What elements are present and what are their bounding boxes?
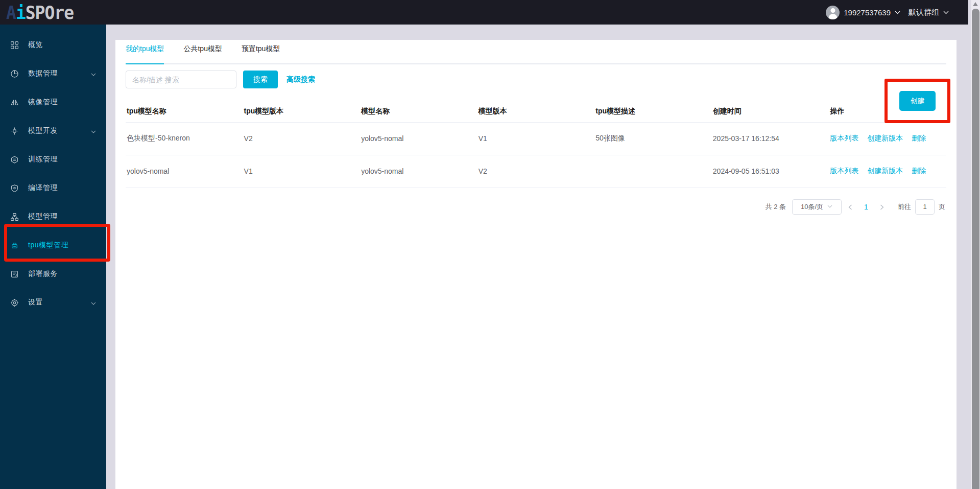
annotation-box-create: 创建 (885, 79, 950, 123)
column-header-tpu-model-name: tpu模型名称 (126, 101, 243, 122)
sidebar-item-label: 概览 (28, 40, 43, 50)
app-logo: AiSPOre (6, 4, 74, 21)
page-size-value: 10条/页 (801, 202, 823, 212)
top-header: AiSPOre 19927537639 默认群组 (0, 0, 968, 25)
group-selector[interactable]: 默认群组 (909, 8, 939, 17)
logo-rest: SPOre (26, 2, 74, 23)
delete-link[interactable]: 删除 (912, 134, 926, 142)
column-header-tpu-model-version: tpu模型版本 (243, 101, 361, 122)
sidebar: 概览 数据管理 镜像管理 模型开发 (0, 25, 106, 489)
chevron-down-icon (91, 127, 96, 135)
sidebar-item-deploy-services[interactable]: 部署服务 (0, 260, 106, 288)
training-icon (10, 155, 19, 164)
cell-actions: 版本列表 创建新版本 删除 (829, 122, 946, 155)
cell-model-name: yolov5-nomal (360, 122, 477, 155)
pie-chart-icon (10, 69, 19, 78)
logo-letter-i: i (16, 2, 26, 23)
logo-letter-a: A (6, 2, 16, 23)
sidebar-item-overview[interactable]: 概览 (0, 31, 106, 59)
content-card: 我的tpu模型 公共tpu模型 预置tpu模型 搜索 高级搜索 创建 tpu模型… (115, 40, 957, 489)
column-header-description: tpu模型描述 (594, 101, 712, 122)
scrollbar-thumb[interactable] (972, 9, 979, 489)
advanced-search-link[interactable]: 高级搜索 (286, 75, 315, 84)
sidebar-item-training-management[interactable]: 训练管理 (0, 145, 106, 174)
chevron-down-icon (91, 69, 96, 78)
cell-model-version: V1 (477, 122, 595, 155)
main-area: 我的tpu模型 公共tpu模型 预置tpu模型 搜索 高级搜索 创建 tpu模型… (106, 25, 968, 489)
tab-my-tpu-models[interactable]: 我的tpu模型 (126, 40, 164, 64)
pagination: 共 2 条 10条/页 1 前往 页 (126, 199, 945, 215)
pagination-total: 共 2 条 (766, 202, 786, 212)
sidebar-item-label: 编译管理 (28, 183, 58, 193)
version-list-link[interactable]: 版本列表 (830, 134, 858, 142)
column-header-model-version: 模型版本 (477, 101, 595, 122)
user-avatar[interactable] (826, 6, 840, 19)
tab-bar: 我的tpu模型 公共tpu模型 预置tpu模型 (126, 40, 946, 64)
next-page-arrow[interactable] (873, 203, 891, 211)
search-input[interactable] (126, 71, 236, 88)
search-button[interactable]: 搜索 (243, 71, 278, 88)
table-row: yolov5-nomal V1 yolov5-nomal V2 2024-09-… (126, 155, 946, 188)
column-header-model-name: 模型名称 (360, 101, 477, 122)
create-new-version-link[interactable]: 创建新版本 (867, 134, 903, 142)
model-manage-icon (10, 213, 19, 221)
sidebar-item-image-management[interactable]: 镜像管理 (0, 88, 106, 117)
model-dev-icon (10, 127, 19, 135)
version-list-link[interactable]: 版本列表 (830, 167, 858, 175)
cell-created-at: 2024-09-05 16:51:03 (712, 155, 829, 188)
sidebar-item-label: 镜像管理 (28, 98, 58, 107)
current-page-number[interactable]: 1 (859, 203, 873, 211)
sidebar-item-settings[interactable]: 设置 (0, 288, 106, 317)
user-chevron-down-icon[interactable] (895, 11, 900, 14)
cell-description (594, 155, 712, 188)
deploy-icon (10, 270, 19, 278)
tpu-chip-icon (10, 241, 19, 250)
sidebar-item-tpu-model-management[interactable]: tpu模型管理 (0, 231, 106, 260)
search-toolbar: 搜索 高级搜索 (126, 71, 946, 88)
sidebar-item-label: 数据管理 (28, 69, 58, 78)
cell-tpu-model-version: V1 (243, 155, 361, 188)
table-row: 色块模型-50-kneron V2 yolov5-nomal V1 50张图像 … (126, 122, 946, 155)
tab-public-tpu-models[interactable]: 公共tpu模型 (183, 40, 222, 63)
cell-actions: 版本列表 创建新版本 删除 (829, 155, 946, 188)
cell-tpu-model-name: 色块模型-50-kneron (126, 122, 243, 155)
sidebar-item-label: 模型开发 (28, 126, 58, 135)
create-new-version-link[interactable]: 创建新版本 (867, 167, 903, 175)
delete-link[interactable]: 删除 (912, 167, 926, 175)
goto-label: 前往 (898, 202, 911, 212)
cell-tpu-model-version: V2 (243, 122, 361, 155)
sidebar-item-label: 设置 (28, 298, 43, 307)
cell-tpu-model-name: yolov5-nomal (126, 155, 243, 188)
sidebar-item-data-management[interactable]: 数据管理 (0, 59, 106, 88)
create-button[interactable]: 创建 (899, 91, 936, 111)
tpu-models-table: tpu模型名称 tpu模型版本 模型名称 模型版本 tpu模型描述 创建时间 操… (126, 101, 946, 188)
tab-preset-tpu-models[interactable]: 预置tpu模型 (242, 40, 280, 63)
cell-created-at: 2025-03-17 16:12:54 (712, 122, 829, 155)
sidebar-item-label: 模型管理 (28, 212, 58, 221)
vertical-scrollbar[interactable] (971, 0, 980, 489)
group-chevron-down-icon[interactable] (943, 11, 949, 14)
select-chevron-down-icon (827, 205, 833, 208)
sidebar-item-label: tpu模型管理 (28, 241, 68, 250)
gear-icon (10, 298, 19, 307)
scrollbar-up-arrow[interactable] (973, 2, 978, 6)
sidebar-item-model-development[interactable]: 模型开发 (0, 117, 106, 145)
goto-page-input[interactable] (915, 199, 935, 215)
sidebar-item-model-management[interactable]: 模型管理 (0, 202, 106, 231)
page-size-select[interactable]: 10条/页 (792, 199, 842, 215)
cell-description: 50张图像 (594, 122, 712, 155)
page-unit-label: 页 (939, 202, 945, 212)
cell-model-name: yolov5-nomal (360, 155, 477, 188)
user-phone[interactable]: 19927537639 (844, 8, 891, 17)
table-header-row: tpu模型名称 tpu模型版本 模型名称 模型版本 tpu模型描述 创建时间 操… (126, 101, 946, 122)
sidebar-item-compile-management[interactable]: 编译管理 (0, 174, 106, 202)
column-header-created-at: 创建时间 (712, 101, 829, 122)
mirror-icon (10, 98, 19, 107)
compile-icon (10, 184, 19, 193)
cell-model-version: V2 (477, 155, 595, 188)
grid-icon (10, 41, 19, 50)
prev-page-arrow[interactable] (842, 203, 859, 211)
chevron-down-icon (91, 298, 96, 307)
sidebar-item-label: 部署服务 (28, 269, 58, 278)
sidebar-item-label: 训练管理 (28, 155, 58, 164)
